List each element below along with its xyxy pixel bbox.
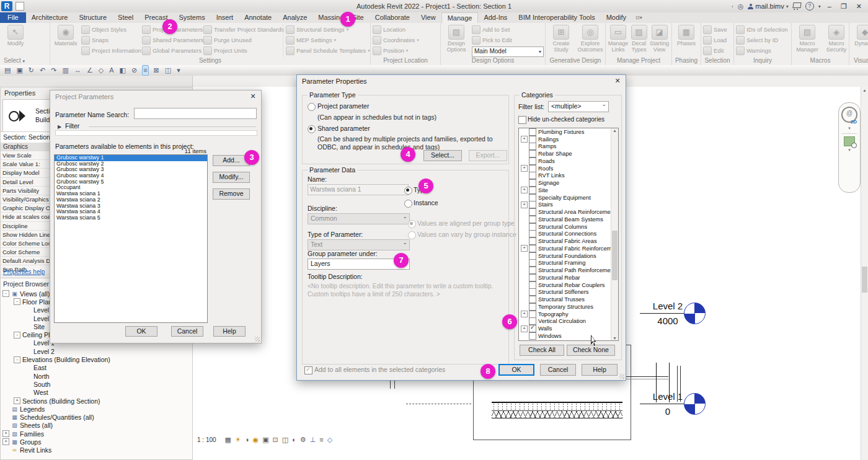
category-row[interactable]: + Site bbox=[519, 187, 618, 194]
category-checkbox[interactable] bbox=[529, 208, 536, 216]
name-input[interactable]: Warstwa sciana 1 bbox=[308, 184, 409, 195]
view-control-icon[interactable]: ≡ bbox=[319, 435, 323, 444]
tree-item[interactable]: + ▩ Groups bbox=[1, 438, 192, 446]
revit-logo-icon[interactable]: R bbox=[1, 1, 12, 11]
add-to-all-checkbox[interactable] bbox=[304, 366, 312, 374]
category-expand-icon[interactable] bbox=[521, 143, 528, 150]
category-expand-icon[interactable]: + bbox=[521, 311, 528, 317]
view-control-icon[interactable]: ◫ bbox=[282, 435, 288, 444]
ribbon-button[interactable]: Project Units bbox=[203, 45, 281, 56]
category-row[interactable]: + Railings bbox=[519, 136, 618, 143]
close-icon[interactable]: ✕ bbox=[613, 76, 622, 86]
category-checkbox[interactable] bbox=[529, 267, 536, 274]
category-expand-icon[interactable] bbox=[521, 289, 528, 296]
category-checkbox[interactable] bbox=[529, 332, 536, 340]
category-checkbox[interactable] bbox=[529, 230, 536, 237]
category-row[interactable]: Windows bbox=[519, 332, 618, 340]
scroll-up-icon[interactable]: ▲ bbox=[611, 128, 618, 133]
resize-grip[interactable] bbox=[255, 337, 260, 342]
category-row[interactable]: + Roofs bbox=[519, 165, 618, 172]
category-checkbox[interactable] bbox=[529, 172, 536, 179]
category-expand-icon[interactable] bbox=[521, 281, 528, 288]
category-row[interactable]: Structural Framing bbox=[519, 260, 618, 267]
category-checkbox[interactable] bbox=[529, 252, 536, 260]
ribbon-tab[interactable]: Structure bbox=[73, 12, 112, 23]
macro-security-button[interactable]: ◈ Macro Security bbox=[823, 24, 849, 57]
level-head-icon[interactable] bbox=[684, 393, 706, 415]
category-row[interactable]: Structural Area Reinforcement bbox=[519, 208, 618, 216]
tree-expand-icon[interactable]: - bbox=[14, 298, 20, 305]
category-checkbox[interactable] bbox=[529, 237, 536, 245]
view-control-icon[interactable]: ◉ bbox=[253, 435, 259, 444]
category-checkbox[interactable] bbox=[529, 187, 536, 194]
category-expand-icon[interactable] bbox=[521, 216, 528, 223]
view-control-icon[interactable]: ▦ bbox=[225, 435, 231, 444]
help-icon[interactable]: ? bbox=[805, 2, 814, 11]
help-chevron-icon[interactable]: ▾ bbox=[818, 4, 821, 9]
ribbon-button[interactable]: Purge Unused bbox=[203, 35, 281, 45]
zoom-icon[interactable] bbox=[844, 136, 855, 146]
properties-help-link[interactable]: Properties help bbox=[3, 268, 45, 275]
tree-item[interactable]: ∞ Revit Links bbox=[1, 446, 192, 454]
category-row[interactable]: Structural Rebar bbox=[519, 274, 618, 281]
ribbon-tab[interactable]: Insert bbox=[211, 12, 239, 23]
view-scale-button[interactable]: 1 : 100 bbox=[197, 436, 216, 443]
floor-slab-section[interactable] bbox=[492, 402, 622, 418]
category-expand-icon[interactable]: + bbox=[521, 245, 528, 252]
category-row[interactable]: Structural Path Reinforcement bbox=[519, 267, 618, 274]
category-expand-icon[interactable] bbox=[521, 223, 528, 230]
category-expand-icon[interactable] bbox=[521, 260, 528, 267]
ribbon-button[interactable]: Transfer Project Standards bbox=[203, 24, 281, 35]
wall-section[interactable] bbox=[390, 380, 395, 389]
tree-item[interactable]: ▤ Legends bbox=[1, 405, 192, 413]
ribbon-button[interactable]: Panel Schedule Templates bbox=[286, 45, 368, 56]
ribbon-tab[interactable]: Steel bbox=[112, 12, 139, 23]
category-checkbox[interactable] bbox=[529, 311, 536, 318]
export-button[interactable]: Export... bbox=[469, 150, 507, 161]
dynamo-button[interactable]: ◆ Dynamo bbox=[851, 24, 868, 57]
scrollbar-thumb[interactable] bbox=[612, 231, 618, 280]
category-row[interactable]: Structural Trusses bbox=[519, 296, 618, 303]
phases-button[interactable]: ▦ Phases bbox=[674, 24, 699, 57]
category-row[interactable]: Ramps bbox=[519, 143, 618, 151]
category-expand-icon[interactable]: + bbox=[521, 325, 528, 332]
materials-button[interactable]: ◉ Materials bbox=[52, 24, 79, 57]
qat-icon[interactable]: ◧ bbox=[119, 66, 126, 75]
category-expand-icon[interactable] bbox=[521, 318, 528, 325]
select-shared-parameter-button[interactable]: Select... bbox=[423, 150, 462, 161]
ribbon-tab[interactable]: Manage bbox=[441, 12, 479, 23]
category-expand-icon[interactable] bbox=[521, 267, 528, 274]
discipline-select[interactable]: Common bbox=[308, 213, 410, 224]
active-design-option-select[interactable]: Main Model bbox=[472, 46, 544, 57]
close-icon[interactable]: ✕ bbox=[248, 92, 258, 101]
view-control-icon[interactable]: ▣ bbox=[262, 435, 268, 444]
qat-icon[interactable]: ▥ bbox=[61, 66, 69, 75]
dialog-title[interactable]: Project Parameters ✕ bbox=[50, 91, 261, 103]
scroll-down-icon[interactable]: ▼ bbox=[611, 336, 618, 340]
resize-grip[interactable] bbox=[619, 374, 624, 379]
ok-button[interactable]: OK bbox=[125, 326, 157, 337]
category-checkbox[interactable] bbox=[529, 281, 536, 289]
qat-icon[interactable]: ↻ bbox=[28, 66, 35, 75]
category-expand-icon[interactable] bbox=[521, 180, 528, 187]
category-row[interactable]: Structural Foundations bbox=[519, 252, 618, 260]
tree-expand-icon[interactable]: + bbox=[14, 397, 20, 404]
category-row[interactable]: + Topography bbox=[519, 311, 618, 318]
ribbon-tab[interactable]: Collaborate bbox=[370, 12, 415, 23]
level-line[interactable] bbox=[640, 404, 684, 404]
category-row[interactable]: Plumbing Fixtures bbox=[519, 128, 618, 136]
ribbon-button[interactable]: Select by ID bbox=[736, 35, 788, 45]
ribbon-button[interactable]: Save bbox=[703, 24, 727, 35]
restore-button[interactable]: ❐ bbox=[838, 2, 849, 11]
category-row[interactable]: + Structural Fabric Reinforcement bbox=[519, 245, 618, 252]
ribbon-tab[interactable]: Architecture bbox=[26, 12, 74, 23]
dialog-title[interactable]: Parameter Properties ✕ bbox=[297, 75, 626, 87]
ribbon-tab[interactable]: Analyze bbox=[277, 12, 312, 23]
create-study-button[interactable]: ⊞ Create Study bbox=[547, 24, 575, 57]
category-checkbox[interactable] bbox=[529, 194, 536, 201]
view-control-icon[interactable]: ◇ bbox=[327, 435, 332, 444]
ribbon-button[interactable]: Structural Settings bbox=[286, 24, 368, 35]
tree-item[interactable]: Level 2 bbox=[1, 347, 192, 355]
category-checkbox[interactable] bbox=[529, 259, 536, 267]
category-checkbox[interactable] bbox=[529, 157, 536, 165]
